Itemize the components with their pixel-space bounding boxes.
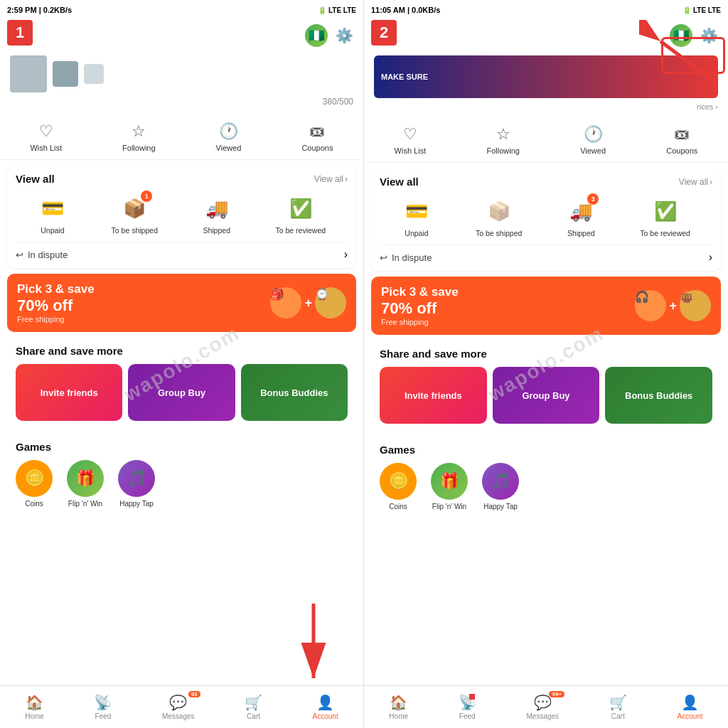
invite-friends-card-1[interactable]: Invite friends <box>16 364 122 421</box>
games-title-2: Games <box>380 444 712 456</box>
home-label-2: Home <box>389 712 408 720</box>
unpaid-btn-1[interactable]: 💳 Unpaid <box>38 193 68 235</box>
wish-list-btn-2[interactable]: ♡ Wish List <box>395 125 427 155</box>
settings-icon-2[interactable]: ⚙️ <box>700 26 718 45</box>
following-btn-2[interactable]: ☆ Following <box>486 125 519 155</box>
account-icon-1: 👤 <box>316 694 334 711</box>
cart-label-1: Cart <box>247 712 260 720</box>
nav-messages-2[interactable]: 💬 99+ Messages <box>526 694 559 720</box>
settings-icon-1[interactable]: ⚙️ <box>335 26 353 45</box>
nav-messages-1[interactable]: 💬 93 Messages <box>162 694 195 720</box>
unpaid-label-2: Unpaid <box>405 229 428 237</box>
coins-icon-2: 🪙 <box>380 463 417 500</box>
nav-cart-2[interactable]: 🛒 Cart <box>609 694 627 720</box>
promo-images-2: 🎧 + 👜 <box>635 290 711 321</box>
viewed-btn-2[interactable]: 🕐 Viewed <box>580 125 606 155</box>
view-all-link-2[interactable]: View all › <box>679 177 712 187</box>
wish-list-icon-2: ♡ <box>403 125 417 144</box>
phone-panel-1: 1 2:59 PM | 0.2KB/s 🔋 LTE LTE 🇳🇬 ⚙️ 380/… <box>0 0 364 728</box>
coins-icon-1: 🪙 <box>16 460 53 497</box>
happy-tap-btn-2[interactable]: 🎵 Happy Tap <box>482 463 519 510</box>
unpaid-btn-2[interactable]: 💳 Unpaid <box>402 196 432 237</box>
invite-friends-label-2: Invite friends <box>405 390 462 401</box>
to-be-shipped-label-2: To be shipped <box>476 229 522 237</box>
viewed-btn-1[interactable]: 🕐 Viewed <box>216 122 242 152</box>
to-be-shipped-btn-2[interactable]: 📦 To be shipped <box>476 196 522 237</box>
to-be-reviewed-btn-2[interactable]: ✅ To be reviewed <box>640 196 690 237</box>
to-be-shipped-btn-1[interactable]: 📦 1 To be shipped <box>112 193 158 235</box>
profile-img-3 <box>84 64 104 84</box>
shipped-btn-1[interactable]: 🚚 Shipped <box>202 193 232 235</box>
promo-img-circle-1: 🎒 <box>270 287 301 318</box>
flip-win-icon-1: 🎁 <box>67 460 104 497</box>
nav-account-1[interactable]: 👤 Account <box>313 694 338 720</box>
wish-list-btn-1[interactable]: ♡ Wish List <box>30 122 62 152</box>
nav-account-2[interactable]: 👤 Account <box>678 694 703 720</box>
promo-banner-2[interactable]: Pick 3 & save 70% off Free shipping 🎧 + … <box>371 277 721 335</box>
dispute-label-2: In dispute <box>392 252 432 263</box>
nav-cart-1[interactable]: 🛒 Cart <box>245 694 262 720</box>
group-buy-card-1[interactable]: Group Buy <box>128 364 235 421</box>
feed-label-2: Feed <box>459 712 476 720</box>
wish-list-label-1: Wish List <box>30 144 62 152</box>
shipped-label-2: Shipped <box>567 229 595 237</box>
nav-home-1[interactable]: 🏠 Home <box>25 694 44 720</box>
quick-actions-1: ♡ Wish List ☆ Following 🕐 Viewed 🎟 Coupo… <box>0 117 363 160</box>
nav-feed-1[interactable]: 📡 Feed <box>94 694 112 720</box>
feed-dot-badge-2 <box>469 694 475 700</box>
flip-win-label-2: Flip 'n' Win <box>432 503 466 510</box>
happy-tap-label-2: Happy Tap <box>483 503 518 510</box>
coupons-btn-1[interactable]: 🎟 Coupons <box>301 122 333 152</box>
phone-panel-2: 2 11:05 AM | 0.0KB/s 🔋 LTE LTE 🇳🇬 ⚙️ MAK… <box>364 0 728 728</box>
panel-number-2: 2 <box>371 20 397 46</box>
nav-feed-2[interactable]: 📡 Feed <box>459 694 476 720</box>
view-all-link-1[interactable]: View all › <box>314 174 348 184</box>
home-icon-1: 🏠 <box>26 694 43 711</box>
status-bar-1: 2:59 PM | 0.2KB/s 🔋 LTE LTE <box>0 0 363 20</box>
order-icons-1: 💳 Unpaid 📦 1 To be shipped 🚚 Shipped <box>16 193 348 235</box>
share-title-1: Share and save more <box>16 345 348 357</box>
flip-win-btn-2[interactable]: 🎁 Flip 'n' Win <box>431 463 468 510</box>
header-1: 🇳🇬 ⚙️ <box>0 20 363 51</box>
promo-plus-1: + <box>304 287 312 318</box>
group-buy-card-2[interactable]: Group Buy <box>493 367 600 424</box>
following-btn-1[interactable]: ☆ Following <box>122 122 155 152</box>
shipped-icon-1: 🚚 <box>205 198 228 220</box>
promo-line3-1: Free shipping <box>17 315 95 323</box>
account-label-1: Account <box>313 712 338 720</box>
happy-tap-btn-1[interactable]: 🎵 Happy Tap <box>118 460 155 508</box>
nav-home-2[interactable]: 🏠 Home <box>389 694 408 720</box>
coupons-btn-2[interactable]: 🎟 Coupons <box>666 125 697 155</box>
to-be-reviewed-btn-1[interactable]: ✅ To be reviewed <box>275 193 326 235</box>
shipped-icon-wrap-1: 🚚 <box>202 193 232 223</box>
following-label-1: Following <box>122 144 155 152</box>
home-label-1: Home <box>25 712 44 720</box>
bonus-buddies-card-1[interactable]: Bonus Buddies <box>241 364 348 421</box>
coupons-icon-2: 🎟 <box>674 125 690 144</box>
bonus-buddies-card-2[interactable]: Bonus Buddies <box>605 367 712 424</box>
happy-tap-icon-2: 🎵 <box>482 463 519 500</box>
wish-list-label-2: Wish List <box>395 146 427 155</box>
to-be-shipped-label-1: To be shipped <box>112 226 158 235</box>
dispute-arrow-2: › <box>709 251 712 264</box>
status-right-2: 🔋 LTE LTE <box>682 6 721 14</box>
share-title-2: Share and save more <box>380 348 712 360</box>
flip-win-btn-1[interactable]: 🎁 Flip 'n' Win <box>67 460 104 508</box>
viewed-icon-1: 🕐 <box>219 122 238 141</box>
coins-btn-1[interactable]: 🪙 Coins <box>16 460 53 508</box>
bottom-nav-1: 🏠 Home 📡 Feed 💬 93 Messages 🛒 Cart 👤 Acc… <box>0 685 363 728</box>
invite-friends-card-2[interactable]: Invite friends <box>380 367 487 424</box>
shipped-btn-2[interactable]: 🚚 3 Shipped <box>566 196 596 237</box>
dispute-row-2[interactable]: ↩ In dispute › <box>380 245 712 264</box>
following-icon-2: ☆ <box>496 125 510 144</box>
bottom-nav-2: 🏠 Home 📡 Feed 💬 99+ Messages 🛒 Cart 👤 Ac… <box>364 685 728 728</box>
games-section-2: Games 🪙 Coins 🎁 Flip 'n' Win 🎵 Happy Tap <box>371 437 721 518</box>
profile-section-1: 380/500 <box>0 51 363 117</box>
promo-banner-1[interactable]: Pick 3 & save 70% off Free shipping 🎒 + … <box>7 274 356 332</box>
shipped-label-1: Shipped <box>203 226 230 235</box>
promo-plus-2: + <box>669 290 677 321</box>
dispute-row-1[interactable]: ↩ In dispute › <box>16 242 348 261</box>
status-time-1: 2:59 PM | 0.2KB/s <box>7 6 72 14</box>
coins-btn-2[interactable]: 🪙 Coins <box>380 463 417 510</box>
to-be-shipped-icon-wrap-1: 📦 1 <box>119 193 149 223</box>
